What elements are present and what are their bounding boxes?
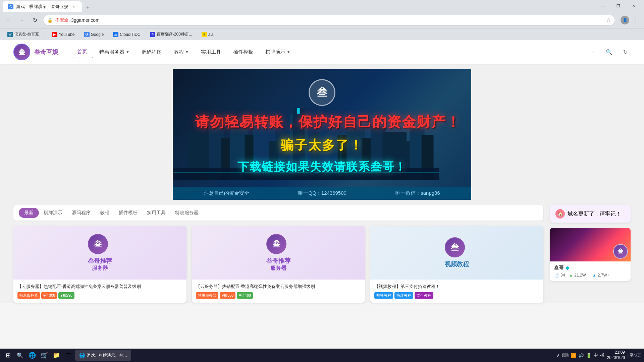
site-header: 叁 叁奇互娱 首页 特惠服务器 ▼ 源码程序 教程 ▼ 实用工具 插件模板 <box>0 40 644 64</box>
announcement-icon: 🏠 <box>555 209 565 219</box>
nav-home[interactable]: 首页 <box>72 46 93 58</box>
bookmark-wp[interactable]: W 仪表盘·叁哥互... <box>5 30 45 39</box>
tab-special[interactable]: 特惠服务器 <box>170 208 203 218</box>
tray-ime-icon[interactable]: 拼 <box>600 352 604 358</box>
hero-title: 请勿轻易转账，保护好自己的资金财产！ <box>195 113 449 131</box>
banner-wrapper: 叁 请勿轻易转账，保护好自己的资金财产！ 骗子太多了！ 下载链接如果失效请联系叁… <box>159 64 485 205</box>
nav-demo[interactable]: 棋牌演示 ▼ <box>260 46 296 58</box>
taskbar-store-icon[interactable]: 🛒 <box>39 350 50 361</box>
taskbar: ⊞ 🔍 🌐 🛒 📁 🛡 🌐 游戏、棋牌演示、叁哥互娱 ∧ ⌨ 📶 🔊 🔋 中 拼… <box>0 349 644 362</box>
nav-vip-server[interactable]: 特惠服务器 ▼ <box>94 46 135 58</box>
circle-icon-btn[interactable]: ○ <box>588 47 598 57</box>
tab-plugin[interactable]: 插件模板 <box>114 208 142 218</box>
site-logo[interactable]: 叁 叁奇互娱 <box>13 44 58 60</box>
refresh-icon-btn[interactable]: ↻ <box>620 47 631 57</box>
tab-chess[interactable]: 棋牌演示 <box>39 208 67 218</box>
close-btn[interactable]: ✕ <box>626 1 641 11</box>
tab-tools[interactable]: 实用工具 <box>142 208 170 218</box>
taskbar-tray: ∧ ⌨ 📶 🔊 🔋 中 拼 <box>557 352 604 358</box>
card-logo-3: 叁 <box>445 237 465 257</box>
start-btn[interactable]: ⊞ <box>3 350 13 361</box>
security-icon: 🔒 <box>47 18 53 23</box>
card-logo-2: 叁 <box>266 234 286 254</box>
tray-network-icon[interactable]: 📶 <box>571 353 576 358</box>
bookmark-label-yt: YouTube <box>59 32 74 37</box>
bookmark-tidc[interactable]: 百 百度翻译-200种语... <box>148 30 194 39</box>
taskbar-edge-icon[interactable]: 🌐 <box>27 350 38 361</box>
announcement-header: 🏠 域名更新了，请牢记！ <box>550 205 631 223</box>
bookmark-favicon-aa: a <box>202 32 207 37</box>
show-desktop-btn[interactable]: 星期五 <box>628 353 641 358</box>
bookmark-favicon-cloud: ☁ <box>113 32 118 37</box>
taskbar-search-icon[interactable]: 🔍 <box>15 350 25 361</box>
tab-title: 游戏、棋牌演示、叁哥互娱 <box>16 4 68 10</box>
bookmark-yt[interactable]: ▶ YouTube <box>50 31 76 39</box>
stat-count-icon: 📄 <box>554 273 559 278</box>
new-tab-btn[interactable]: + <box>83 3 93 12</box>
taskbar-files-icon[interactable]: 📁 <box>51 350 62 361</box>
restore-btn[interactable]: ❐ <box>610 1 626 11</box>
card-recommend-1: 叁哥推荐 服务器 <box>88 257 112 272</box>
card-body-1: 【云服务器】热销配置-香港高端弹性免备案云服务器普普及级别 特惠服务器 ¥价30… <box>13 280 186 303</box>
taskbar-clock[interactable]: 21:09 2020/10/6 <box>607 350 625 360</box>
nav-tools[interactable]: 实用工具 <box>196 46 226 58</box>
cards-section: 最新 棋牌演示 源码程序 教程 插件模板 实用工具 特惠服务器 <box>13 205 543 303</box>
card-video-1[interactable]: 叁 视频教程 【视频教程】第三支付搭建教程！ 视频教程 搭建教程 支付教程 <box>370 226 543 303</box>
card-server-2[interactable]: 叁 叁哥推荐 服务器 【云服务器】热销配置-香港高端弹性免备案云服务器增强级别 <box>192 226 365 303</box>
address-bar[interactable]: 🔒 不安全 3ggamer.com ☆ <box>43 15 615 25</box>
bookmark-favicon-wp: W <box>7 32 13 37</box>
content-tabs: 最新 棋牌演示 源码程序 教程 插件模板 实用工具 特惠服务器 <box>13 205 543 221</box>
nav-tutorial[interactable]: 教程 ▼ <box>168 46 194 58</box>
tag-1-1: ¥价308 <box>41 292 57 299</box>
site-nav: 首页 特惠服务器 ▼ 源码程序 教程 ▼ 实用工具 插件模板 棋牌演示 ▼ <box>72 46 588 58</box>
card-title-1: 【云服务器】热销配置-香港高端弹性免备案云服务器普普及级别 <box>17 284 182 290</box>
tab-source[interactable]: 源码程序 <box>67 208 95 218</box>
profile-btn[interactable]: 👤 <box>621 16 629 24</box>
nav-tutorial-dropdown-icon: ▼ <box>185 50 189 54</box>
sidebar-announcement: 🏠 域名更新了，请牢记！ <box>550 205 631 223</box>
bookmark-google[interactable]: G Google <box>82 31 106 39</box>
active-tab[interactable]: G 游戏、棋牌演示、叁哥互娱 × <box>3 1 82 12</box>
nav-source[interactable]: 源码程序 <box>136 46 167 58</box>
tray-keyboard-icon: ⌨ <box>562 353 569 358</box>
inner-layout: 最新 棋牌演示 源码程序 教程 插件模板 实用工具 特惠服务器 <box>13 205 631 303</box>
bookmark-star-icon[interactable]: ☆ <box>606 17 611 23</box>
tag-2-1: ¥价500 <box>220 292 235 299</box>
tag-1-0: 特惠服务器 <box>17 292 40 299</box>
url-text: 3ggamer.com <box>71 17 604 23</box>
bookmark-aa[interactable]: a a'a <box>200 31 216 39</box>
nav-plugin[interactable]: 插件模板 <box>228 46 259 58</box>
nav-right: ○ 🔍 ↻ <box>588 47 631 57</box>
search-icon-btn[interactable]: 🔍 <box>604 47 614 57</box>
window-controls: — ❐ ✕ <box>595 1 641 11</box>
card-title-3: 【视频教程】第三支付搭建教程！ <box>374 284 539 290</box>
tab-close-btn[interactable]: × <box>71 4 76 9</box>
minimize-btn[interactable]: — <box>595 1 610 11</box>
tray-chinese-icon[interactable]: 中 <box>594 352 598 358</box>
sidebar-featured[interactable]: 叁 叁哥 ◆ 📄 34 <box>550 228 631 281</box>
featured-logo-small: 叁 <box>613 244 628 259</box>
taskbar-360-icon[interactable]: 🛡 <box>63 350 74 361</box>
tray-up-arrow[interactable]: ∧ <box>557 353 560 358</box>
taskbar-browser-app[interactable]: 🌐 游戏、棋牌演示、叁哥互娱 <box>75 350 131 361</box>
settings-btn[interactable]: ⋮ <box>631 15 641 25</box>
back-btn[interactable]: ← <box>3 15 13 25</box>
refresh-btn[interactable]: ↻ <box>30 15 40 25</box>
tab-latest[interactable]: 最新 <box>19 208 39 218</box>
forward-btn[interactable]: → <box>16 15 27 25</box>
page-content: 叁 叁奇互娱 首页 特惠服务器 ▼ 源码程序 教程 ▼ 实用工具 插件模板 <box>0 40 644 303</box>
card-server-1[interactable]: 叁 叁哥推荐 服务器 【云服务器】热销配置-香港高端弹性免备案云服务器普普及级别 <box>13 226 186 303</box>
featured-body: 叁哥 ◆ 📄 34 ▲ 21.2W+ <box>550 261 631 281</box>
tag-3-0: 视频教程 <box>374 292 393 299</box>
tabs-content-wrapper: 最新 棋牌演示 源码程序 教程 插件模板 实用工具 特惠服务器 <box>0 205 644 303</box>
bookmark-cloud[interactable]: ☁ CloudITiDC <box>111 31 143 39</box>
tray-battery-icon: 🔋 <box>586 353 592 358</box>
tray-volume-icon[interactable]: 🔊 <box>578 353 584 358</box>
hero-footer-text3: 唯一微信：sanpg86 <box>395 190 440 196</box>
bookmark-label-wp: 仪表盘·叁哥互... <box>14 32 43 37</box>
title-bar: G 游戏、棋牌演示、叁哥互娱 × + — ❐ ✕ <box>0 0 644 12</box>
tab-tutorial[interactable]: 教程 <box>95 208 114 218</box>
tag-1-2: ¥价298 <box>58 292 74 299</box>
card-video-text: 视频教程 <box>445 260 469 268</box>
card-tags-1: 特惠服务器 ¥价308 ¥价298 <box>17 292 182 299</box>
